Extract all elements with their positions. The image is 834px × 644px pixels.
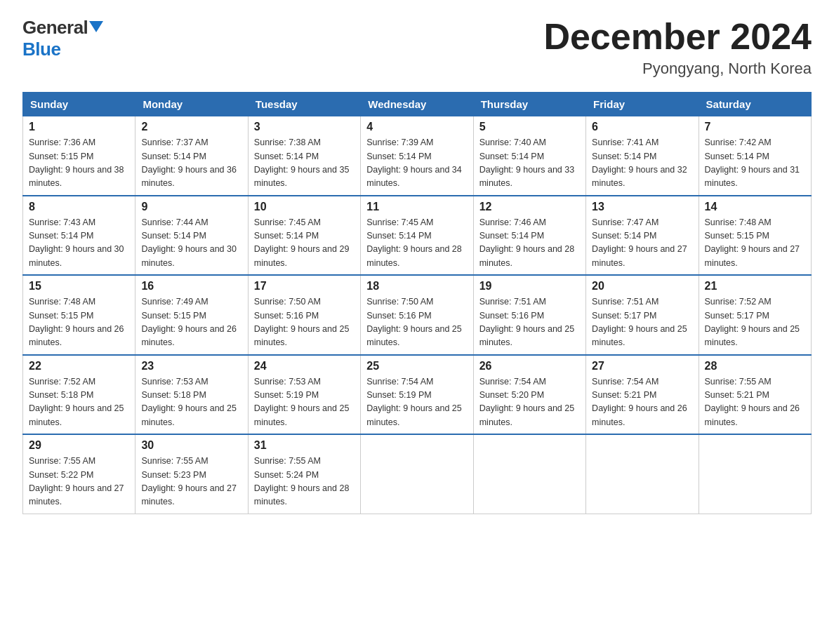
calendar-cell: 26 Sunrise: 7:54 AMSunset: 5:20 PMDaylig… <box>473 355 585 435</box>
day-info: Sunrise: 7:53 AMSunset: 5:19 PMDaylight:… <box>254 375 355 430</box>
day-info: Sunrise: 7:48 AMSunset: 5:15 PMDaylight:… <box>705 216 805 271</box>
logo-general-text: General <box>22 17 88 39</box>
day-number: 13 <box>592 201 692 213</box>
day-number: 19 <box>479 280 580 293</box>
day-info: Sunrise: 7:48 AMSunset: 5:15 PMDaylight:… <box>29 295 129 350</box>
calendar-cell: 4 Sunrise: 7:39 AMSunset: 5:14 PMDayligh… <box>361 116 473 196</box>
calendar-cell: 10 Sunrise: 7:45 AMSunset: 5:14 PMDaylig… <box>248 196 360 276</box>
day-number: 16 <box>141 280 241 293</box>
logo-triangle-icon <box>89 21 103 32</box>
calendar-week-row: 22 Sunrise: 7:52 AMSunset: 5:18 PMDaylig… <box>23 355 812 435</box>
calendar-cell: 8 Sunrise: 7:43 AMSunset: 5:14 PMDayligh… <box>23 196 135 276</box>
day-number: 5 <box>479 121 580 133</box>
day-info: Sunrise: 7:36 AMSunset: 5:15 PMDaylight:… <box>29 136 129 191</box>
day-number: 30 <box>141 439 241 452</box>
day-info: Sunrise: 7:50 AMSunset: 5:16 PMDaylight:… <box>366 295 467 350</box>
day-number: 8 <box>29 201 129 213</box>
calendar-cell: 13 Sunrise: 7:47 AMSunset: 5:14 PMDaylig… <box>586 196 699 276</box>
calendar-cell: 28 Sunrise: 7:55 AMSunset: 5:21 PMDaylig… <box>699 355 811 435</box>
calendar-cell: 18 Sunrise: 7:50 AMSunset: 5:16 PMDaylig… <box>361 275 473 355</box>
day-info: Sunrise: 7:53 AMSunset: 5:18 PMDaylight:… <box>141 375 241 430</box>
day-info: Sunrise: 7:37 AMSunset: 5:14 PMDaylight:… <box>141 136 241 191</box>
calendar-cell: 27 Sunrise: 7:54 AMSunset: 5:21 PMDaylig… <box>586 355 699 435</box>
day-number: 27 <box>592 360 692 373</box>
logo-blue-text: Blue <box>22 39 60 60</box>
calendar-cell: 15 Sunrise: 7:48 AMSunset: 5:15 PMDaylig… <box>23 275 135 355</box>
day-number: 9 <box>141 201 241 213</box>
day-number: 17 <box>254 280 355 293</box>
logo: General Blue <box>22 17 103 60</box>
calendar-week-row: 8 Sunrise: 7:43 AMSunset: 5:14 PMDayligh… <box>23 196 812 276</box>
day-number: 4 <box>366 121 467 133</box>
calendar-cell: 21 Sunrise: 7:52 AMSunset: 5:17 PMDaylig… <box>699 275 811 355</box>
calendar-header-row: SundayMondayTuesdayWednesdayThursdayFrid… <box>23 93 812 116</box>
calendar-cell: 23 Sunrise: 7:53 AMSunset: 5:18 PMDaylig… <box>135 355 248 435</box>
col-header-tuesday: Tuesday <box>248 93 360 116</box>
calendar-cell: 12 Sunrise: 7:46 AMSunset: 5:14 PMDaylig… <box>473 196 585 276</box>
day-info: Sunrise: 7:49 AMSunset: 5:15 PMDaylight:… <box>141 295 241 350</box>
calendar-cell <box>473 434 585 514</box>
day-number: 24 <box>254 360 355 373</box>
day-info: Sunrise: 7:39 AMSunset: 5:14 PMDaylight:… <box>366 136 467 191</box>
day-number: 18 <box>366 280 467 293</box>
month-title: December 2024 <box>543 17 812 57</box>
day-info: Sunrise: 7:46 AMSunset: 5:14 PMDaylight:… <box>479 216 580 271</box>
page-header: General Blue December 2024 Pyongyang, No… <box>22 17 812 78</box>
day-number: 31 <box>254 439 355 452</box>
calendar-cell: 7 Sunrise: 7:42 AMSunset: 5:14 PMDayligh… <box>699 116 811 196</box>
calendar-cell: 9 Sunrise: 7:44 AMSunset: 5:14 PMDayligh… <box>135 196 248 276</box>
day-number: 22 <box>29 360 129 373</box>
day-number: 2 <box>141 121 241 133</box>
day-info: Sunrise: 7:38 AMSunset: 5:14 PMDaylight:… <box>254 136 355 191</box>
day-info: Sunrise: 7:54 AMSunset: 5:19 PMDaylight:… <box>366 375 467 430</box>
calendar-cell: 20 Sunrise: 7:51 AMSunset: 5:17 PMDaylig… <box>586 275 699 355</box>
day-number: 1 <box>29 121 129 133</box>
day-info: Sunrise: 7:55 AMSunset: 5:22 PMDaylight:… <box>29 455 129 509</box>
calendar-cell: 1 Sunrise: 7:36 AMSunset: 5:15 PMDayligh… <box>23 116 135 196</box>
day-info: Sunrise: 7:45 AMSunset: 5:14 PMDaylight:… <box>254 216 355 271</box>
day-info: Sunrise: 7:47 AMSunset: 5:14 PMDaylight:… <box>592 216 692 271</box>
calendar-cell <box>699 434 811 514</box>
calendar-cell: 25 Sunrise: 7:54 AMSunset: 5:19 PMDaylig… <box>361 355 473 435</box>
calendar-cell: 16 Sunrise: 7:49 AMSunset: 5:15 PMDaylig… <box>135 275 248 355</box>
calendar-cell: 2 Sunrise: 7:37 AMSunset: 5:14 PMDayligh… <box>135 116 248 196</box>
calendar-week-row: 29 Sunrise: 7:55 AMSunset: 5:22 PMDaylig… <box>23 434 812 514</box>
day-number: 20 <box>592 280 692 293</box>
calendar-cell <box>586 434 699 514</box>
calendar-cell <box>361 434 473 514</box>
day-info: Sunrise: 7:55 AMSunset: 5:23 PMDaylight:… <box>141 455 241 509</box>
day-info: Sunrise: 7:55 AMSunset: 5:21 PMDaylight:… <box>705 375 805 430</box>
calendar-cell: 17 Sunrise: 7:50 AMSunset: 5:16 PMDaylig… <box>248 275 360 355</box>
day-number: 29 <box>29 439 129 452</box>
day-info: Sunrise: 7:41 AMSunset: 5:14 PMDaylight:… <box>592 136 692 191</box>
day-number: 10 <box>254 201 355 213</box>
day-info: Sunrise: 7:54 AMSunset: 5:20 PMDaylight:… <box>479 375 580 430</box>
day-number: 3 <box>254 121 355 133</box>
day-number: 25 <box>366 360 467 373</box>
col-header-thursday: Thursday <box>473 93 585 116</box>
calendar-cell: 6 Sunrise: 7:41 AMSunset: 5:14 PMDayligh… <box>586 116 699 196</box>
day-info: Sunrise: 7:43 AMSunset: 5:14 PMDaylight:… <box>29 216 129 271</box>
day-info: Sunrise: 7:45 AMSunset: 5:14 PMDaylight:… <box>366 216 467 271</box>
calendar-cell: 22 Sunrise: 7:52 AMSunset: 5:18 PMDaylig… <box>23 355 135 435</box>
day-number: 6 <box>592 121 692 133</box>
calendar-cell: 29 Sunrise: 7:55 AMSunset: 5:22 PMDaylig… <box>23 434 135 514</box>
calendar-cell: 30 Sunrise: 7:55 AMSunset: 5:23 PMDaylig… <box>135 434 248 514</box>
calendar-table: SundayMondayTuesdayWednesdayThursdayFrid… <box>22 92 812 514</box>
col-header-monday: Monday <box>135 93 248 116</box>
calendar-cell: 19 Sunrise: 7:51 AMSunset: 5:16 PMDaylig… <box>473 275 585 355</box>
col-header-wednesday: Wednesday <box>361 93 473 116</box>
day-number: 14 <box>705 201 805 213</box>
location: Pyongyang, North Korea <box>543 60 812 78</box>
day-info: Sunrise: 7:44 AMSunset: 5:14 PMDaylight:… <box>141 216 241 271</box>
day-info: Sunrise: 7:51 AMSunset: 5:17 PMDaylight:… <box>592 295 692 350</box>
day-info: Sunrise: 7:40 AMSunset: 5:14 PMDaylight:… <box>479 136 580 191</box>
day-info: Sunrise: 7:52 AMSunset: 5:17 PMDaylight:… <box>705 295 805 350</box>
day-number: 12 <box>479 201 580 213</box>
day-number: 21 <box>705 280 805 293</box>
calendar-week-row: 15 Sunrise: 7:48 AMSunset: 5:15 PMDaylig… <box>23 275 812 355</box>
day-info: Sunrise: 7:52 AMSunset: 5:18 PMDaylight:… <box>29 375 129 430</box>
day-number: 15 <box>29 280 129 293</box>
col-header-friday: Friday <box>586 93 699 116</box>
title-block: December 2024 Pyongyang, North Korea <box>543 17 812 78</box>
